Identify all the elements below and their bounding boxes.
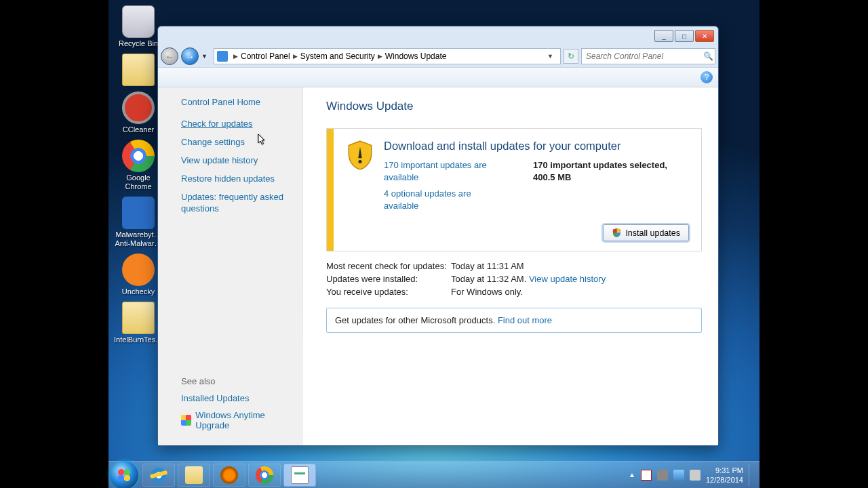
explorer-icon <box>185 466 203 484</box>
sidebar: Control Panel Home Check for updates Cha… <box>158 87 303 445</box>
update-meta: Most recent check for updates: Today at … <box>326 261 702 297</box>
windows-icon <box>181 415 191 426</box>
control-panel-icon <box>291 466 309 484</box>
search-box[interactable]: 🔍 <box>581 48 715 64</box>
show-desktop-button[interactable] <box>749 464 755 487</box>
chevron-right-icon[interactable]: ▶ <box>233 53 238 60</box>
search-icon[interactable]: 🔍 <box>701 52 715 61</box>
find-out-more-link[interactable]: Find out more <box>498 315 552 325</box>
refresh-button[interactable]: ↻ <box>564 49 578 64</box>
minimize-button[interactable]: _ <box>654 30 673 42</box>
wmp-icon <box>220 466 238 484</box>
meta-value: Today at 11:32 AM. View update history <box>451 274 606 284</box>
folder-icon <box>122 54 155 86</box>
network-icon[interactable] <box>673 470 684 481</box>
optional-updates-link[interactable]: 4 optional updates are available <box>384 188 506 212</box>
sidebar-link-restore-hidden[interactable]: Restore hidden updates <box>181 173 296 184</box>
desktop-icon-folder[interactable] <box>114 54 163 86</box>
unchecky-icon <box>122 253 155 286</box>
desktop-icon-malwarebytes[interactable]: Malwarebyt… Anti-Malwar… <box>114 197 163 248</box>
chrome-icon <box>122 140 155 172</box>
desktop-icon-ccleaner[interactable]: CCleaner <box>114 92 163 134</box>
crumb-windows-update[interactable]: Windows Update <box>385 52 447 61</box>
crumb-system-security[interactable]: System and Security <box>300 52 375 61</box>
sidebar-link-faq[interactable]: Updates: frequently asked questions <box>181 191 296 214</box>
taskbar: ▲ 9:31 PM 12/28/2014 <box>108 461 760 488</box>
power-icon[interactable] <box>657 470 668 481</box>
taskbar-pin-ie[interactable] <box>142 464 175 487</box>
see-also-installed-updates[interactable]: Installed Updates <box>181 393 296 403</box>
breadcrumb[interactable]: ▶ Control Panel ▶ System and Security ▶ … <box>214 48 561 64</box>
search-input[interactable] <box>582 52 701 61</box>
meta-value: Today at 11:31 AM <box>451 261 524 271</box>
malwarebytes-icon <box>122 197 155 229</box>
svg-point-0 <box>358 160 361 163</box>
desktop-icon-chrome[interactable]: Google Chrome <box>114 140 163 191</box>
volume-icon[interactable] <box>690 470 701 481</box>
titlebar[interactable]: _ □ ✕ <box>158 26 718 45</box>
desktop-icon-recycle-bin[interactable]: Recycle Bin <box>114 5 163 48</box>
status-stripe <box>327 129 334 251</box>
clock[interactable]: 9:31 PM 12/28/2014 <box>706 466 743 485</box>
start-button[interactable] <box>110 461 138 489</box>
nav-forward-button[interactable]: → <box>181 47 199 65</box>
address-bar: ← → ▼ ▶ Control Panel ▶ System and Secur… <box>158 45 718 67</box>
desktop: Recycle Bin CCleaner Google Chrome Malwa… <box>108 0 760 488</box>
recycle-bin-icon <box>122 5 155 38</box>
meta-label: Most recent check for updates: <box>326 261 451 271</box>
install-updates-button[interactable]: Install updates <box>603 224 689 241</box>
chevron-down-icon[interactable]: ▼ <box>543 53 557 60</box>
crumb-control-panel[interactable]: Control Panel <box>241 52 290 61</box>
sidebar-link-check-updates[interactable]: Check for updates <box>181 118 296 129</box>
view-update-history-link[interactable]: View update history <box>529 274 606 284</box>
shield-warning-icon <box>346 140 374 171</box>
ie-icon <box>150 466 167 484</box>
meta-value: For Windows only. <box>451 287 523 297</box>
important-updates-link[interactable]: 170 important updates are available <box>384 159 506 184</box>
taskbar-pin-explorer[interactable] <box>178 464 210 487</box>
see-also-heading: See also <box>181 376 296 386</box>
taskbar-pin-control-panel[interactable] <box>283 464 316 487</box>
chrome-icon <box>256 466 273 484</box>
folder-icon <box>122 302 155 334</box>
chevron-right-icon[interactable]: ▶ <box>293 53 298 60</box>
chevron-right-icon[interactable]: ▶ <box>378 53 382 60</box>
desktop-icons: Recycle Bin CCleaner Google Chrome Malwa… <box>114 5 163 350</box>
toolstrip: ? <box>158 67 718 87</box>
desktop-icon-intelburntest[interactable]: IntelBurnTes… <box>114 302 163 344</box>
meta-label: Updates were installed: <box>326 274 451 284</box>
control-panel-home-link[interactable]: Control Panel Home <box>181 97 303 107</box>
desktop-icon-unchecky[interactable]: Unchecky <box>114 253 163 296</box>
meta-label: You receive updates: <box>326 287 451 297</box>
panel-heading: Download and install updates for your co… <box>384 140 689 152</box>
nav-back-button[interactable]: ← <box>161 47 178 65</box>
uac-shield-icon <box>612 228 622 238</box>
taskbar-pin-chrome[interactable] <box>248 464 281 487</box>
close-button[interactable]: ✕ <box>695 30 714 42</box>
help-icon[interactable]: ? <box>701 71 713 83</box>
see-also-anytime-upgrade[interactable]: Windows Anytime Upgrade <box>181 410 296 430</box>
tray-chevron-up-icon[interactable]: ▲ <box>629 471 635 479</box>
content-area: Windows Update Download and install upda… <box>303 87 718 445</box>
system-tray[interactable]: ▲ 9:31 PM 12/28/2014 <box>629 464 760 487</box>
control-panel-window: _ □ ✕ ← → ▼ ▶ Control Panel ▶ System and… <box>157 26 719 446</box>
other-products-box: Get updates for other Microsoft products… <box>326 308 702 333</box>
page-title: Windows Update <box>326 100 702 113</box>
sidebar-link-change-settings[interactable]: Change settings <box>181 136 296 148</box>
update-panel: Download and install updates for your co… <box>326 128 702 251</box>
control-panel-icon <box>217 51 228 62</box>
ccleaner-icon <box>122 92 155 124</box>
maximize-button[interactable]: □ <box>675 30 694 42</box>
nav-history-dropdown[interactable]: ▼ <box>201 53 211 60</box>
action-center-icon[interactable] <box>641 470 652 481</box>
sidebar-link-view-history[interactable]: View update history <box>181 155 296 166</box>
selected-summary: 170 important updates selected, 400.5 MB <box>533 159 667 216</box>
taskbar-pin-wmp[interactable] <box>213 464 245 487</box>
